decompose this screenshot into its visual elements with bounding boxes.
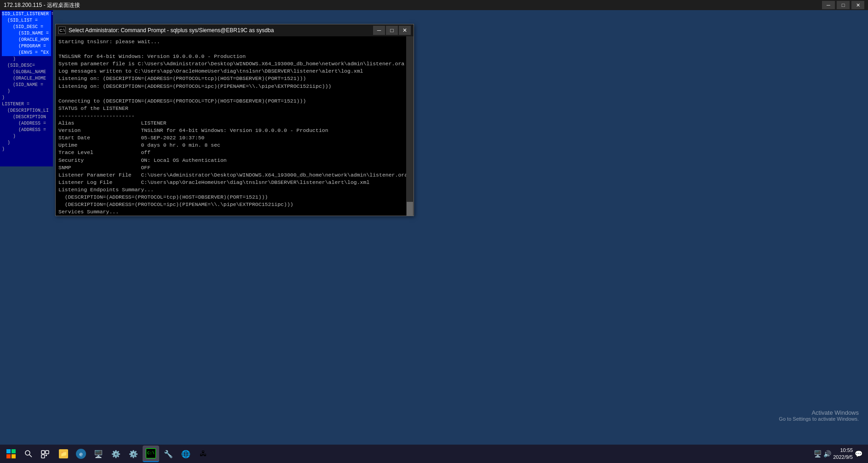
listener-line: (SID_DESC= (2, 63, 51, 69)
activate-windows-watermark: Activate Windows Go to Settings to activ… (779, 409, 859, 422)
search-button[interactable] (20, 446, 37, 462)
cmd-output-line: TNSLSNR for 64-bit Windows: Version 19.0… (58, 53, 411, 60)
network-icon[interactable]: 🖥️ (814, 450, 822, 457)
cmd-scrollbar[interactable] (406, 36, 414, 216)
cmd-window-controls: ─ □ ✕ (373, 26, 411, 35)
taskbar-time-display: 10:55 (833, 447, 853, 454)
rdp-controls: ─ □ ✕ (822, 1, 864, 9)
listener-line: ) (2, 140, 51, 146)
listener-line: (DESCRIPTION_LI (2, 108, 51, 114)
listener-line: (ADDRESS = (2, 127, 51, 133)
activate-windows-subtitle: Go to Settings to activate Windows. (779, 416, 859, 422)
start-button[interactable] (2, 445, 20, 463)
listener-line: ) (2, 88, 51, 95)
listener-line: (PROGRAM = (2, 43, 51, 50)
cmd-output-line: Listener Parameter File C:\Users\Adminis… (58, 171, 411, 179)
activate-windows-title: Activate Windows (779, 409, 859, 416)
cmd-output-line: Connecting to (DESCRIPTION=(ADDRESS=(PRO… (58, 97, 411, 105)
taskbar-app-list: 📁 e 🖥️ ⚙️ ⚙️ C:\ 🔧 (55, 446, 212, 462)
desktop: 172.18.200.115 - 远程桌面连接 ─ □ ✕ SID_LIST_L… (0, 0, 868, 463)
control-panel-icon: ⚙️ (129, 449, 138, 458)
settings-icon: ⚙️ (111, 449, 121, 458)
rdp-minimize-button[interactable]: ─ (822, 1, 835, 9)
ie-button[interactable]: e (73, 446, 89, 462)
svg-rect-3 (46, 451, 49, 454)
cmd-taskbar-button[interactable]: C:\ (143, 446, 159, 462)
server-manager-button[interactable]: 🖧 (195, 446, 212, 462)
cmd-minimize-button[interactable]: ─ (373, 26, 385, 35)
taskbar-clock[interactable]: 10:55 2022/9/5 (833, 447, 853, 461)
ie-icon: e (76, 449, 86, 459)
settings-button[interactable]: ⚙️ (108, 446, 124, 462)
taskbar: 📁 e 🖥️ ⚙️ ⚙️ C:\ 🔧 (0, 445, 868, 463)
listener-line: (SID_DESC = (2, 24, 51, 30)
listener-line: ) (2, 56, 51, 63)
cmd-output-line: SNMP OFF (58, 164, 411, 171)
edge-icon: 🌐 (181, 449, 190, 458)
listener-line: ) (2, 146, 51, 153)
cmd-titlebar: C:\ Select Administrator: Command Prompt… (56, 24, 414, 36)
listener-line: ) (2, 95, 51, 101)
listener-line: (ENVS = "EX (2, 50, 51, 56)
cmd-taskbar-icon: C:\ (146, 448, 156, 458)
rdp-titlebar: 172.18.200.115 - 远程桌面连接 ─ □ ✕ (0, 0, 868, 10)
listener-line: (SID_NAME = (2, 30, 51, 37)
listener-line: LISTENER = (2, 101, 51, 108)
listener-line: (ORACLE_HOM (2, 37, 51, 43)
cmd-output-line (58, 46, 411, 53)
edge-button[interactable]: 🌐 (178, 446, 194, 462)
control-panel-button[interactable]: ⚙️ (125, 446, 142, 462)
cmd-output-line: Log messages written to C:\Users\app\Ora… (58, 68, 411, 75)
cmd-output-line: Listening Endpoints Summary... (58, 186, 411, 194)
task-view-icon (40, 449, 50, 458)
windows-logo-icon (6, 449, 16, 458)
rdp-maximize-button[interactable]: □ (837, 1, 850, 9)
cmd-output-line: (DESCRIPTION=(ADDRESS=(PROTOCOL=ipc)(PIP… (58, 201, 411, 208)
cmd-output-line: Alias LISTENER (58, 120, 411, 127)
cmd-output-line: Services Summary... (58, 208, 411, 216)
rdp-title: 172.18.200.115 - 远程桌面连接 (4, 1, 80, 9)
listener-line: (SID_NAME = (2, 82, 51, 88)
svg-point-0 (25, 451, 30, 455)
cmd-scrollbar-thumb[interactable] (407, 202, 413, 216)
listener-line: (ORACLE_HOME (2, 75, 51, 82)
win-desktop: SID_LIST_LISTENER = (SID_LIST = (SID_DES… (0, 10, 868, 445)
listener-line: ) (2, 133, 51, 140)
listener-config-background: SID_LIST_LISTENER = (SID_LIST = (SID_DES… (0, 10, 53, 166)
computer-button[interactable]: 🖥️ (90, 446, 107, 462)
cmd-output-line: (DESCRIPTION=(ADDRESS=(PROTOCOL=tcp)(HOS… (58, 194, 411, 201)
cmd-output-line (58, 90, 411, 97)
listener-line: SID_LIST_LISTENER = (2, 11, 51, 17)
task-view-button[interactable] (37, 446, 53, 462)
svg-rect-5 (46, 455, 47, 456)
taskbar-date-display: 2022/9/5 (833, 454, 853, 461)
cmd-output-line: Trace Level off (58, 149, 411, 156)
cmd-window: C:\ Select Administrator: Command Prompt… (55, 24, 414, 216)
cmd-title: Select Administrator: Command Prompt - s… (69, 27, 274, 34)
cmd-output-line: Uptime 0 days 0 hr. 0 min. 8 sec (58, 142, 411, 149)
cmd-output-line: System parameter file is C:\Users\Admini… (58, 60, 411, 68)
listener-line: (ADDRESS = (2, 120, 51, 127)
cmd-maximize-button[interactable]: □ (386, 26, 398, 35)
file-explorer-icon: 📁 (59, 449, 68, 458)
cmd-close-button[interactable]: ✕ (399, 26, 411, 35)
svg-rect-4 (41, 455, 45, 458)
svg-rect-2 (41, 451, 45, 454)
rdp-close-button[interactable]: ✕ (851, 1, 864, 9)
tools-button[interactable]: 🔧 (160, 446, 177, 462)
cmd-output-line: Starting tnslsnr: please wait... (58, 38, 411, 46)
cmd-icon: C:\ (58, 27, 66, 34)
cmd-output-line: Listener Log File C:\Users\app\OracleHom… (58, 179, 411, 186)
search-icon (24, 450, 33, 458)
notification-icon[interactable]: 💬 (855, 450, 862, 457)
cmd-output-line: Listening on: (DESCRIPTION=(ADDRESS=(PRO… (58, 83, 411, 90)
cmd-content[interactable]: Starting tnslsnr: please wait... TNSLSNR… (56, 36, 414, 216)
listener-line: (GLOBAL_NAME (2, 69, 51, 75)
tools-icon: 🔧 (164, 449, 173, 458)
file-explorer-button[interactable]: 📁 (55, 446, 72, 462)
cmd-output-line: Version TNSLSNR for 64-bit Windows: Vers… (58, 127, 411, 134)
cmd-titlebar-left: C:\ Select Administrator: Command Prompt… (58, 27, 274, 34)
cmd-output-line: Start Date 05-SEP-2022 10:37:50 (58, 134, 411, 142)
volume-icon[interactable]: 🔊 (823, 450, 831, 457)
cmd-output-line: STATUS of the LISTENER (58, 105, 411, 112)
